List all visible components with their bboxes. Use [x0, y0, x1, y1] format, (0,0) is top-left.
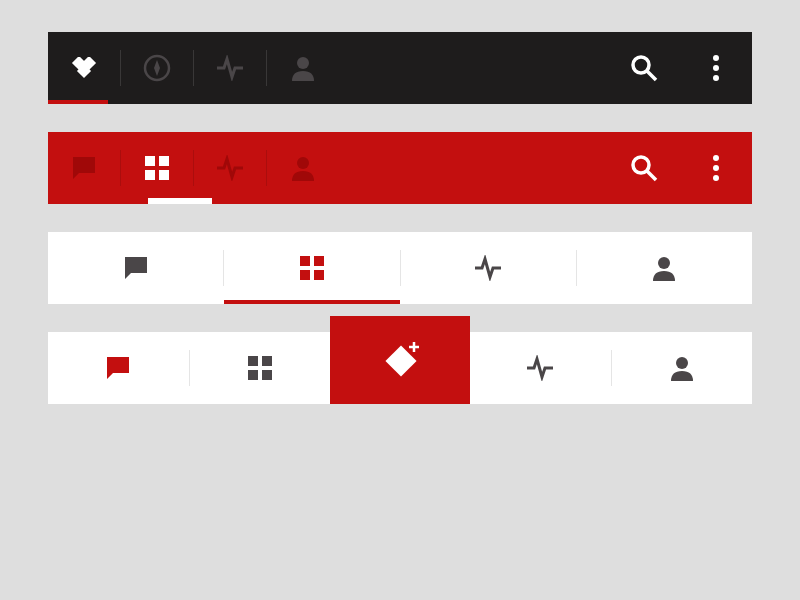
svg-point-8 — [713, 65, 719, 71]
search-icon — [630, 54, 658, 82]
svg-rect-12 — [145, 170, 155, 180]
action-overflow[interactable] — [680, 32, 752, 104]
user-icon — [290, 155, 316, 181]
user-icon — [651, 255, 677, 281]
overflow-icon — [712, 154, 720, 182]
svg-rect-23 — [314, 270, 324, 280]
action-search[interactable] — [608, 32, 680, 104]
tab-activity[interactable] — [470, 332, 611, 404]
tab-user[interactable] — [577, 232, 752, 304]
svg-rect-28 — [262, 370, 272, 380]
action-search[interactable] — [608, 132, 680, 204]
active-indicator — [224, 300, 400, 304]
svg-rect-10 — [145, 156, 155, 166]
action-overflow[interactable] — [680, 132, 752, 204]
tab-chat[interactable] — [48, 132, 120, 204]
tab-grid[interactable] — [224, 232, 399, 304]
svg-point-7 — [713, 55, 719, 61]
svg-point-4 — [297, 57, 309, 69]
tab-chat[interactable] — [48, 332, 189, 404]
tab-logo[interactable] — [48, 32, 120, 104]
svg-point-9 — [713, 75, 719, 81]
activity-icon — [215, 55, 245, 81]
grid-icon — [248, 356, 272, 380]
tab-add-diamond[interactable] — [330, 316, 470, 404]
overflow-icon — [712, 54, 720, 82]
svg-rect-25 — [248, 356, 258, 366]
nav-tabs — [48, 132, 608, 204]
navbar-dark — [48, 32, 752, 104]
svg-point-15 — [633, 157, 649, 173]
tab-grid[interactable] — [190, 332, 331, 404]
user-icon — [290, 55, 316, 81]
svg-point-24 — [658, 257, 670, 269]
svg-line-6 — [647, 71, 656, 80]
nav-tabs — [48, 32, 608, 104]
chat-icon — [105, 355, 131, 381]
svg-point-19 — [713, 175, 719, 181]
tab-user[interactable] — [267, 32, 339, 104]
svg-rect-13 — [159, 170, 169, 180]
svg-point-5 — [633, 57, 649, 73]
tab-compass[interactable] — [121, 32, 193, 104]
svg-rect-11 — [159, 156, 169, 166]
svg-rect-22 — [300, 270, 310, 280]
tab-user[interactable] — [612, 332, 753, 404]
navbar-red — [48, 132, 752, 204]
tab-grid[interactable] — [121, 132, 193, 204]
svg-point-30 — [676, 357, 688, 369]
grid-icon — [300, 256, 324, 280]
tab-activity[interactable] — [401, 232, 576, 304]
navbar-white-fab — [48, 332, 752, 404]
diamonds-logo-icon — [69, 57, 99, 79]
svg-rect-20 — [300, 256, 310, 266]
tab-chat[interactable] — [48, 232, 223, 304]
svg-point-17 — [713, 155, 719, 161]
chat-icon — [71, 155, 97, 181]
grid-icon — [145, 156, 169, 180]
svg-rect-29 — [385, 345, 416, 376]
add-diamond-icon — [378, 338, 422, 382]
search-icon — [630, 154, 658, 182]
tab-activity[interactable] — [194, 132, 266, 204]
tab-activity[interactable] — [194, 32, 266, 104]
svg-rect-26 — [262, 356, 272, 366]
nav-actions — [608, 132, 752, 204]
svg-line-16 — [647, 171, 656, 180]
compass-icon — [143, 54, 171, 82]
active-indicator — [148, 198, 212, 204]
nav-actions — [608, 32, 752, 104]
activity-icon — [525, 355, 555, 381]
svg-rect-21 — [314, 256, 324, 266]
chat-icon — [123, 255, 149, 281]
activity-icon — [215, 155, 245, 181]
svg-rect-27 — [248, 370, 258, 380]
activity-icon — [473, 255, 503, 281]
user-icon — [669, 355, 695, 381]
tab-user[interactable] — [267, 132, 339, 204]
navbar-white — [48, 232, 752, 304]
svg-point-18 — [713, 165, 719, 171]
svg-point-14 — [297, 157, 309, 169]
active-indicator — [48, 100, 108, 104]
